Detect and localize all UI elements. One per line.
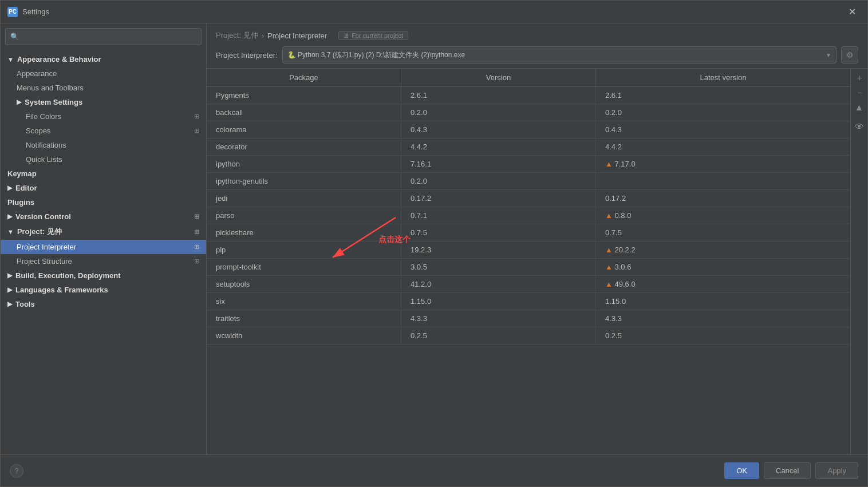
table-row[interactable]: colorama0.4.30.4.3 <box>207 121 850 138</box>
table-row[interactable]: parso0.7.1▲ 0.8.0 <box>207 207 850 224</box>
project-tag: 🗎 For current project <box>338 31 408 40</box>
package-name: pickleshare <box>207 224 401 241</box>
package-latest: ▲ 3.0.6 <box>596 259 850 275</box>
breadcrumb-project: Project: 见仲 <box>216 30 258 41</box>
breadcrumb: Project: 见仲 › Project Interpreter 🗎 For … <box>216 30 858 41</box>
expand-arrow-project: ▼ <box>7 228 14 235</box>
sidebar-item-system-settings[interactable]: ▶ System Settings <box>1 95 206 109</box>
cancel-button[interactable]: Cancel <box>764 462 811 479</box>
sidebar-item-project[interactable]: ▼ Project: 见仲 ⊞ <box>1 224 206 240</box>
package-latest: 0.7.5 <box>596 224 850 241</box>
table-row[interactable]: backcall0.2.00.2.0 <box>207 104 850 121</box>
upgrade-package-button[interactable]: ▲ <box>853 101 866 114</box>
package-version: 41.2.0 <box>401 276 596 292</box>
project-badge: ⊞ <box>194 228 199 236</box>
package-latest: 4.4.2 <box>596 138 850 155</box>
close-button[interactable]: ✕ <box>844 4 861 19</box>
table-row[interactable]: Pygments2.6.12.6.1 <box>207 87 850 104</box>
search-icon: 🔍 <box>10 33 19 41</box>
scopes-badge: ⊞ <box>194 127 199 134</box>
package-version: 0.2.0 <box>401 173 596 189</box>
table-row[interactable]: ipython7.16.1▲ 7.17.0 <box>207 156 850 173</box>
structure-badge: ⊞ <box>194 258 199 265</box>
package-version: 19.2.3 <box>401 241 596 258</box>
settings-window: PC Settings ✕ 🔍 ▼ Appearance & Behavior … <box>0 0 868 487</box>
table-row[interactable]: wcwidth0.2.50.2.5 <box>207 327 850 345</box>
help-button[interactable]: ? <box>10 464 23 478</box>
package-latest: 0.4.3 <box>596 121 850 138</box>
package-latest: ▲ 20.2.2 <box>596 241 850 258</box>
interpreter-select[interactable]: 🐍 Python 3.7 (练习1.py) (2) D:\新建文件夹 (2)\p… <box>282 46 837 64</box>
sidebar-item-scopes[interactable]: Scopes ⊞ <box>1 124 206 138</box>
sidebar-item-build-execution[interactable]: ▶ Build, Execution, Deployment <box>1 268 206 283</box>
interpreter-value: 🐍 Python 3.7 (练习1.py) (2) D:\新建文件夹 (2)\p… <box>287 50 465 60</box>
package-version: 3.0.5 <box>401 259 596 275</box>
table-row[interactable]: ipython-genutils0.2.0 <box>207 173 850 190</box>
sidebar-item-project-interpreter[interactable]: Project Interpreter ⊞ <box>1 240 206 254</box>
sidebar-item-editor[interactable]: ▶ Editor <box>1 181 206 195</box>
package-name: ipython <box>207 156 401 172</box>
expand-arrow-system: ▶ <box>17 98 21 106</box>
package-name: colorama <box>207 121 401 138</box>
package-name: decorator <box>207 138 401 155</box>
sidebar-item-languages-frameworks[interactable]: ▶ Languages & Frameworks <box>1 283 206 297</box>
sidebar-item-notifications[interactable]: Notifications <box>1 138 206 152</box>
table-row[interactable]: prompt-toolkit3.0.5▲ 3.0.6 <box>207 259 850 276</box>
table-row[interactable]: decorator4.4.24.4.2 <box>207 138 850 156</box>
package-name: setuptools <box>207 276 401 292</box>
package-latest: 0.2.0 <box>596 104 850 121</box>
breadcrumb-separator: › <box>262 31 264 40</box>
package-version: 4.4.2 <box>401 138 596 155</box>
search-input[interactable] <box>21 33 196 41</box>
sidebar-item-tools[interactable]: ▶ Tools <box>1 297 206 311</box>
expand-arrow: ▼ <box>7 56 14 63</box>
package-table: Package Version Latest version Pygments2… <box>207 69 850 454</box>
table-row[interactable]: pip19.2.3▲ 20.2.2 <box>207 241 850 259</box>
app-icon: PC <box>7 7 18 17</box>
interpreter-gear-button[interactable]: ⚙ <box>841 46 858 64</box>
sidebar-item-file-colors[interactable]: File Colors ⊞ <box>1 109 206 124</box>
search-box[interactable]: 🔍 <box>5 28 202 45</box>
ok-button[interactable]: OK <box>724 462 759 479</box>
package-version: 1.15.0 <box>401 293 596 310</box>
package-latest: ▲ 49.6.0 <box>596 276 850 292</box>
package-name: jedi <box>207 190 401 207</box>
table-row[interactable]: traitlets4.3.34.3.3 <box>207 310 850 327</box>
table-area: Package Version Latest version Pygments2… <box>207 69 867 454</box>
sidebar-item-appearance-behavior[interactable]: ▼ Appearance & Behavior <box>1 52 206 66</box>
sidebar-item-keymap[interactable]: Keymap <box>1 167 206 181</box>
sidebar-item-version-control[interactable]: ▶ Version Control ⊞ <box>1 209 206 224</box>
apply-button[interactable]: Apply <box>815 462 858 479</box>
package-name: six <box>207 293 401 310</box>
interpreter-label: Project Interpreter: <box>216 51 278 60</box>
table-row[interactable]: setuptools41.2.0▲ 49.6.0 <box>207 276 850 293</box>
interpreter-badge: ⊞ <box>194 243 199 251</box>
package-version: 2.6.1 <box>401 87 596 104</box>
expand-arrow-tools: ▶ <box>7 300 12 308</box>
file-colors-badge: ⊞ <box>194 113 199 120</box>
sidebar-item-quick-lists[interactable]: Quick Lists <box>1 152 206 167</box>
package-latest: 1.15.0 <box>596 293 850 310</box>
package-latest: 0.2.5 <box>596 327 850 344</box>
eye-button[interactable]: 👁 <box>853 120 866 134</box>
package-version: 0.2.5 <box>401 327 596 344</box>
package-version: 7.16.1 <box>401 156 596 172</box>
sidebar-item-plugins[interactable]: Plugins <box>1 195 206 209</box>
table-header: Package Version Latest version <box>207 69 850 87</box>
window-title: Settings <box>22 7 844 16</box>
sidebar-item-menus-toolbars[interactable]: Menus and Toolbars <box>1 81 206 95</box>
add-package-button[interactable]: ＋ <box>853 71 866 85</box>
package-latest: ▲ 7.17.0 <box>596 156 850 172</box>
col-latest: Latest version <box>596 69 850 86</box>
col-version: Version <box>401 69 596 86</box>
footer: ? OK Cancel Apply <box>1 454 867 486</box>
sidebar-item-appearance[interactable]: Appearance <box>1 66 206 81</box>
table-actions: ＋ － ▲ 👁 <box>850 69 867 454</box>
remove-package-button[interactable]: － <box>853 86 866 100</box>
table-row[interactable]: six1.15.01.15.0 <box>207 293 850 310</box>
table-row[interactable]: jedi0.17.20.17.2 <box>207 190 850 207</box>
table-row[interactable]: pickleshare0.7.50.7.5 <box>207 224 850 241</box>
package-latest: ▲ 0.8.0 <box>596 207 850 224</box>
sidebar-item-project-structure[interactable]: Project Structure ⊞ <box>1 254 206 268</box>
breadcrumb-page: Project Interpreter <box>267 31 327 40</box>
